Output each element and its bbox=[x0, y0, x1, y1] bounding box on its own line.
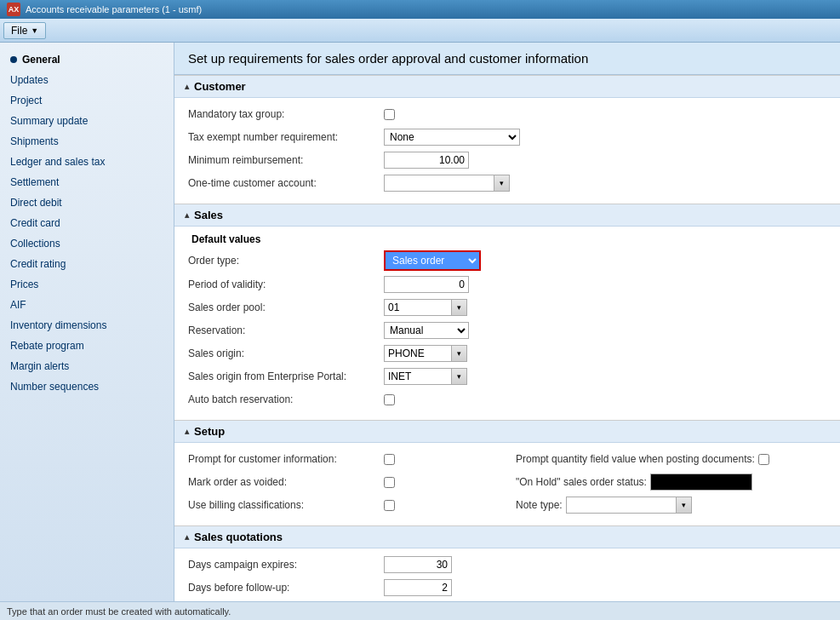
sales-quotations-collapse-icon: ▴ bbox=[185, 532, 189, 542]
auto-batch-reservation-checkbox[interactable] bbox=[384, 394, 395, 405]
one-time-customer-dropdown-btn[interactable]: ▾ bbox=[494, 175, 510, 192]
one-time-customer-row: One-time customer account: ▾ bbox=[188, 174, 826, 192]
order-type-select[interactable]: Sales order Journal Subscription bbox=[386, 252, 479, 269]
sales-origin-portal-dropdown-btn[interactable]: ▾ bbox=[452, 368, 467, 385]
sales-quotations-section-header[interactable]: ▴ Sales quotations bbox=[174, 526, 840, 548]
auto-batch-reservation-row: Auto batch reservation: bbox=[188, 390, 826, 409]
sidebar-item-project[interactable]: Project bbox=[0, 90, 174, 111]
reservation-row: Reservation: Manual Automatic bbox=[188, 321, 826, 340]
prompt-customer-info-label: Prompt for customer information: bbox=[188, 453, 384, 465]
customer-section: ▴ Customer Mandatory tax group: Tax exem… bbox=[174, 75, 840, 204]
order-type-row: Order type: Sales order Journal Subscrip… bbox=[188, 250, 826, 271]
reservation-label: Reservation: bbox=[188, 324, 384, 336]
mark-order-voided-checkbox[interactable] bbox=[384, 477, 395, 488]
prompt-quantity-row: Prompt quantity field value when posting… bbox=[516, 450, 826, 468]
setup-collapse-icon: ▴ bbox=[185, 427, 189, 436]
setup-section: ▴ Setup Prompt for customer information:… bbox=[174, 420, 840, 525]
sales-quotations-section-label: Sales quotations bbox=[194, 531, 283, 543]
auto-batch-reservation-label: Auto batch reservation: bbox=[188, 393, 384, 405]
sales-section-header[interactable]: ▴ Sales bbox=[174, 204, 840, 227]
prompt-quantity-label: Prompt quantity field value when posting… bbox=[516, 453, 755, 465]
sidebar-item-direct-debit[interactable]: Direct debit bbox=[0, 192, 174, 213]
days-campaign-expires-input[interactable] bbox=[384, 556, 452, 573]
on-hold-status-select[interactable] bbox=[650, 474, 752, 491]
use-billing-class-row: Use billing classifications: bbox=[188, 496, 499, 514]
sales-section-content: Default values Order type: Sales order J… bbox=[174, 227, 840, 420]
note-type-dropdown-btn[interactable]: ▾ bbox=[677, 497, 692, 514]
note-type-label: Note type: bbox=[516, 499, 563, 511]
sales-origin-portal-input[interactable] bbox=[384, 368, 452, 385]
sidebar-item-shipments[interactable]: Shipments bbox=[0, 131, 174, 152]
on-hold-status-row: "On Hold" sales order status: bbox=[516, 473, 826, 491]
mark-order-voided-row: Mark order as voided: bbox=[188, 473, 499, 491]
reservation-select[interactable]: Manual Automatic bbox=[384, 322, 469, 339]
sales-order-pool-input[interactable] bbox=[384, 299, 452, 316]
customer-section-header[interactable]: ▴ Customer bbox=[174, 76, 840, 98]
sidebar-item-ledger-sales-tax[interactable]: Ledger and sales tax bbox=[0, 152, 174, 172]
customer-section-label: Customer bbox=[194, 80, 246, 93]
customer-section-content: Mandatory tax group: Tax exempt number r… bbox=[174, 98, 840, 204]
setup-col-right: Prompt quantity field value when posting… bbox=[516, 450, 826, 519]
sales-order-pool-dropdown-btn[interactable]: ▾ bbox=[452, 299, 467, 316]
file-menu-button[interactable]: File ▼ bbox=[3, 22, 46, 39]
mandatory-tax-group-checkbox[interactable] bbox=[384, 109, 395, 120]
setup-col-left: Prompt for customer information: Mark or… bbox=[188, 450, 499, 519]
one-time-customer-input[interactable] bbox=[384, 175, 494, 192]
sidebar-item-collections[interactable]: Collections bbox=[0, 233, 174, 254]
prompt-quantity-checkbox[interactable] bbox=[758, 454, 769, 465]
page-title: Set up requirements for sales order appr… bbox=[188, 51, 826, 66]
sidebar-item-prices[interactable]: Prices bbox=[0, 274, 174, 295]
sales-order-pool-row: Sales order pool: ▾ bbox=[188, 298, 826, 317]
setup-section-header[interactable]: ▴ Setup bbox=[174, 421, 840, 443]
sidebar-item-credit-rating[interactable]: Credit rating bbox=[0, 254, 174, 274]
mandatory-tax-group-label: Mandatory tax group: bbox=[188, 108, 384, 120]
sidebar-item-summary-update[interactable]: Summary update bbox=[0, 111, 174, 131]
note-type-input[interactable] bbox=[566, 497, 677, 514]
sidebar-item-updates[interactable]: Updates bbox=[0, 70, 174, 90]
sales-quotations-section: ▴ Sales quotations Days campaign expires… bbox=[174, 525, 840, 601]
sales-quotations-section-content: Days campaign expires: Days before follo… bbox=[174, 548, 840, 601]
one-time-customer-label: One-time customer account: bbox=[188, 177, 384, 189]
customer-collapse-icon: ▴ bbox=[185, 82, 189, 91]
sidebar-item-credit-card[interactable]: Credit card bbox=[0, 213, 174, 233]
sidebar-item-rebate-program[interactable]: Rebate program bbox=[0, 336, 174, 356]
sales-origin-portal-row: Sales origin from Enterprise Portal: ▾ bbox=[188, 367, 826, 386]
period-validity-input[interactable] bbox=[384, 276, 469, 293]
period-validity-label: Period of validity: bbox=[188, 278, 384, 290]
tax-exempt-select[interactable]: None Optional Required bbox=[384, 129, 520, 146]
default-values-label: Default values bbox=[188, 233, 826, 245]
sidebar-item-general[interactable]: General bbox=[0, 49, 174, 70]
status-bar: Type that an order must be created with … bbox=[0, 601, 840, 620]
sales-origin-portal-label: Sales origin from Enterprise Portal: bbox=[188, 370, 384, 382]
order-type-label: Order type: bbox=[188, 255, 384, 267]
active-bullet bbox=[10, 56, 17, 63]
minimum-reimbursement-row: Minimum reimbursement: bbox=[188, 151, 826, 169]
sidebar-item-settlement[interactable]: Settlement bbox=[0, 172, 174, 192]
minimum-reimbursement-input[interactable] bbox=[384, 152, 469, 169]
sales-collapse-icon: ▴ bbox=[185, 210, 189, 220]
app-icon: AX bbox=[7, 3, 20, 16]
sidebar-item-margin-alerts[interactable]: Margin alerts bbox=[0, 356, 174, 376]
sales-origin-label: Sales origin: bbox=[188, 347, 384, 359]
days-before-followup-label: Days before follow-up: bbox=[188, 582, 384, 594]
prompt-customer-info-checkbox[interactable] bbox=[384, 454, 395, 465]
sidebar-item-inventory-dimensions[interactable]: Inventory dimensions bbox=[0, 315, 174, 336]
sidebar-item-aif[interactable]: AIF bbox=[0, 295, 174, 315]
sidebar-item-number-sequences[interactable]: Number sequences bbox=[0, 376, 174, 397]
prompt-customer-info-row: Prompt for customer information: bbox=[188, 450, 499, 468]
use-billing-class-checkbox[interactable] bbox=[384, 500, 395, 511]
sales-section-label: Sales bbox=[194, 209, 223, 221]
minimum-reimbursement-label: Minimum reimbursement: bbox=[188, 154, 384, 166]
on-hold-status-label: "On Hold" sales order status: bbox=[516, 476, 647, 488]
sales-origin-row: Sales origin: ▾ bbox=[188, 344, 826, 363]
setup-two-col: Prompt for customer information: Mark or… bbox=[188, 450, 826, 519]
mandatory-tax-group-row: Mandatory tax group: bbox=[188, 105, 826, 123]
sales-origin-dropdown-btn[interactable]: ▾ bbox=[452, 345, 467, 362]
days-before-followup-input[interactable] bbox=[384, 579, 452, 596]
status-text: Type that an order must be created with … bbox=[7, 606, 231, 617]
order-type-highlight-box: Sales order Journal Subscription bbox=[384, 250, 481, 271]
period-validity-row: Period of validity: bbox=[188, 275, 826, 294]
sales-origin-input[interactable] bbox=[384, 345, 452, 362]
setup-section-content: Prompt for customer information: Mark or… bbox=[174, 443, 840, 525]
menu-bar: File ▼ bbox=[0, 19, 840, 43]
